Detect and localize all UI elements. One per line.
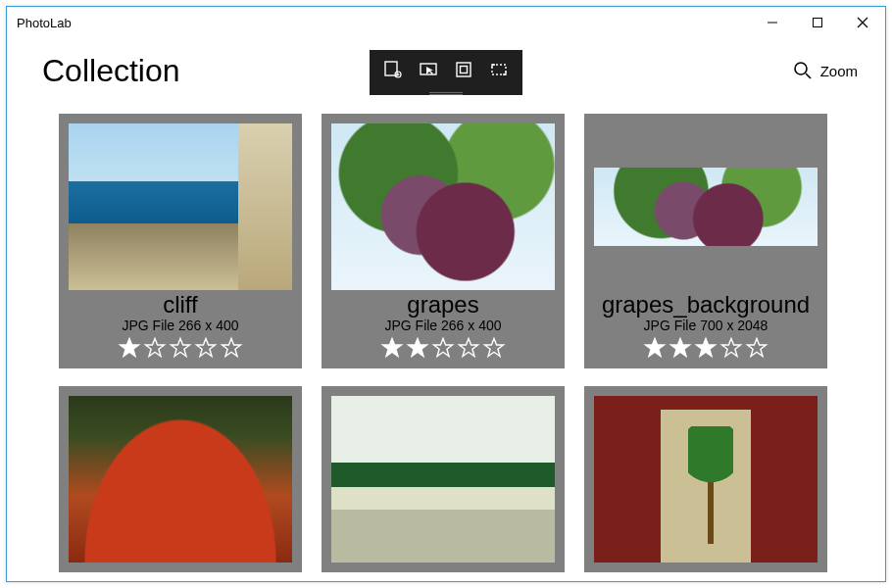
maximize-button[interactable] [795,7,840,38]
photo-name: cliff [163,292,198,318]
rating-stars[interactable] [117,335,244,361]
star-outline-icon[interactable] [142,335,168,361]
app-window: PhotoLab Collection Zoom [6,6,886,582]
minimize-button[interactable] [750,7,795,38]
view-toolbar[interactable] [370,50,522,95]
window-controls [750,7,885,38]
svg-marker-24 [485,339,504,357]
svg-marker-29 [748,339,767,357]
page-title: Collection [42,53,180,89]
svg-marker-28 [722,339,741,357]
photo-thumbnail [594,396,818,563]
svg-marker-21 [409,339,427,357]
svg-marker-19 [223,339,241,357]
svg-marker-25 [646,339,665,357]
star-filled-icon[interactable] [405,335,430,361]
view-toolbar-inner [370,50,522,89]
photo-tile[interactable]: grapes_backgroundJPG File 700 x 2048 [584,114,827,368]
photo-name: grapes_background [602,292,810,318]
zoom-control[interactable]: Zoom [793,61,858,80]
star-outline-icon[interactable] [168,335,193,361]
star-filled-icon[interactable] [642,335,668,361]
photo-thumbnail [594,123,818,290]
photo-thumbnail [69,123,292,290]
search-icon [793,61,813,80]
svg-marker-27 [697,339,716,357]
svg-rect-12 [457,63,471,76]
star-filled-icon[interactable] [117,335,142,361]
svg-marker-17 [172,339,190,357]
zoom-label: Zoom [820,63,858,79]
svg-rect-13 [461,67,468,74]
star-outline-icon[interactable] [219,335,244,361]
svg-marker-16 [146,339,165,357]
svg-marker-23 [460,339,478,357]
rating-stars[interactable] [379,335,507,361]
star-outline-icon[interactable] [744,335,769,361]
select-icon[interactable] [416,57,441,82]
star-filled-icon[interactable] [693,335,719,361]
star-outline-icon[interactable] [193,335,219,361]
window-title: PhotoLab [17,16,72,30]
photo-grid: cliffJPG File 266 x 400grapesJPG File 26… [7,108,885,581]
toolbar-grip[interactable] [370,89,522,95]
svg-point-4 [795,63,807,74]
edit-icon[interactable] [380,57,406,82]
rating-stars[interactable] [642,335,769,361]
titlebar: PhotoLab [7,7,885,38]
frame-icon[interactable] [451,57,476,82]
photo-meta: JPG File 266 x 400 [384,318,501,333]
star-outline-icon[interactable] [456,335,481,361]
photo-tile[interactable]: cliffJPG File 266 x 400 [59,114,302,368]
photo-tile[interactable] [584,386,827,572]
photo-thumbnail [69,396,292,563]
svg-marker-22 [434,339,453,357]
star-filled-icon[interactable] [668,335,693,361]
svg-marker-15 [121,339,139,357]
svg-marker-26 [671,339,690,357]
photo-thumbnail [331,396,555,563]
star-outline-icon[interactable] [719,335,744,361]
photo-tile[interactable]: grapesJPG File 266 x 400 [322,114,565,368]
fit-icon[interactable] [486,57,512,82]
svg-line-5 [806,74,811,78]
svg-marker-20 [383,339,402,357]
svg-rect-1 [814,19,822,27]
star-outline-icon[interactable] [430,335,456,361]
photo-name: grapes [407,292,478,318]
photo-tile[interactable] [59,386,302,572]
photo-meta: JPG File 700 x 2048 [644,318,768,333]
svg-marker-18 [197,339,216,357]
star-outline-icon[interactable] [481,335,507,361]
photo-meta: JPG File 266 x 400 [122,318,238,333]
svg-marker-11 [426,67,433,74]
photo-tile[interactable] [322,386,565,572]
star-filled-icon[interactable] [379,335,405,361]
photo-thumbnail [331,123,555,290]
svg-rect-14 [492,65,506,74]
close-button[interactable] [840,7,885,38]
